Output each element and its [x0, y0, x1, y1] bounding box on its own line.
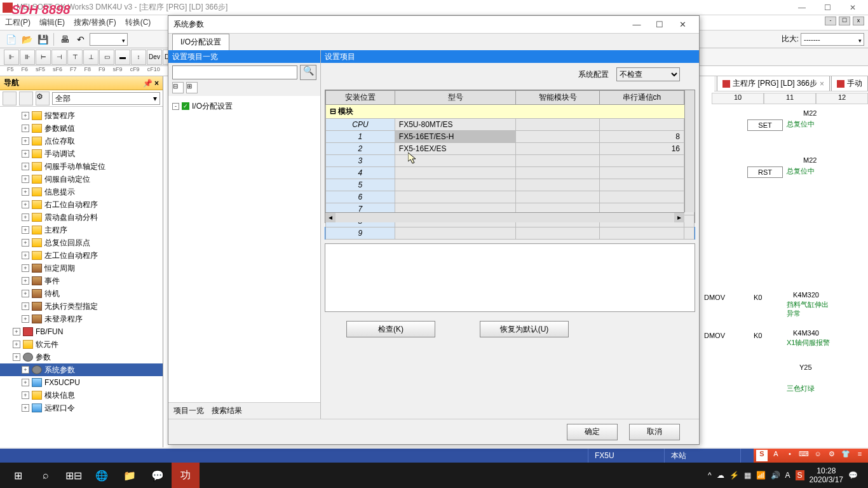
ok-button[interactable]: 确定 — [567, 424, 618, 440]
nav-filter-combo[interactable]: 全部 — [52, 92, 160, 105]
search-icon[interactable]: ⌕ — [32, 463, 60, 488]
ladder-element[interactable]: RST — [747, 166, 783, 178]
ime-toolbar[interactable]: S A•⌨☺⚙👕≡ — [754, 449, 868, 463]
system-config-select[interactable]: 不检查 — [616, 67, 680, 81]
dialog-min-button[interactable]: — — [625, 20, 648, 29]
window-min-button[interactable]: — — [789, 0, 815, 15]
ld-btn-10[interactable]: Dev — [147, 50, 162, 65]
tray-icon-3[interactable]: ▦ — [744, 471, 751, 480]
grid-scrollbar-v[interactable] — [684, 90, 695, 212]
menu-edit[interactable]: 编辑(E) — [39, 17, 65, 28]
ladder-element[interactable]: 三色灯绿 — [787, 384, 815, 393]
nav-item[interactable]: +模块信息 — [0, 389, 163, 402]
tree-item-io-allocation[interactable]: - ✓ I/O分配设置 — [172, 100, 316, 112]
nav-item[interactable]: +系统参数 — [0, 363, 163, 376]
tab-search-results[interactable]: 搜索结果 — [212, 405, 242, 416]
menu-convert[interactable]: 转换(C) — [125, 17, 151, 28]
menu-project[interactable]: 工程(P) — [5, 17, 31, 28]
ladder-element[interactable]: 异常 — [787, 309, 801, 318]
taskbar-clock[interactable]: 10:28 2020/3/17 — [810, 466, 843, 484]
explorer-icon[interactable]: 📁 — [116, 463, 144, 488]
ld-btn-1[interactable]: ⊩ — [4, 50, 19, 65]
system-tray[interactable]: ^ ☁ ⚡ ▦ 📶 🔊 A S 10:28 2020/3/17 💬 — [708, 466, 864, 484]
nav-item[interactable]: +信息提示 — [0, 186, 163, 198]
open-button[interactable]: 📂 — [20, 32, 34, 46]
ladder-element[interactable]: K4M340 — [793, 329, 819, 337]
nav-tool-2[interactable] — [19, 92, 33, 105]
ladder-element[interactable]: DMOV — [704, 332, 725, 339]
ladder-element[interactable]: X1轴伺服报警 — [787, 338, 830, 348]
nav-item[interactable]: +震动盘自动分料 — [0, 211, 163, 224]
mdi-min-button[interactable]: - — [825, 17, 836, 25]
ld-btn-3[interactable]: ⊢ — [36, 50, 51, 65]
nav-tool-1[interactable] — [3, 92, 17, 105]
nav-item[interactable]: +软元件 — [0, 338, 163, 351]
new-button[interactable]: 📄 — [4, 32, 18, 46]
tree-expand-button[interactable]: ⊞ — [186, 82, 198, 93]
window-close-button[interactable]: ✕ — [840, 0, 865, 15]
nav-tree[interactable]: +报警程序+参数赋值+点位存取+手动调试+伺服手动单轴定位+伺服自动定位+信息提… — [0, 107, 163, 447]
mdi-max-button[interactable]: ☐ — [839, 17, 850, 25]
taskview-icon[interactable]: ⊞⊟ — [60, 463, 88, 488]
tab-manual[interactable]: 手动 — [831, 76, 868, 91]
tab-io-allocation[interactable]: I/O分配设置 — [172, 34, 229, 50]
tab-item-list[interactable]: 项目一览 — [173, 405, 204, 416]
settings-search-input[interactable] — [172, 65, 297, 79]
settings-tree[interactable]: - ✓ I/O分配设置 — [168, 96, 320, 402]
nav-item[interactable]: +伺服自动定位 — [0, 173, 163, 186]
restore-default-button[interactable]: 恢复为默认(U) — [480, 321, 569, 337]
scale-combo[interactable]: ------- — [801, 33, 864, 46]
tab-close-icon[interactable]: × — [820, 79, 824, 88]
menu-search[interactable]: 搜索/替换(F) — [74, 17, 116, 28]
ladder-element[interactable]: 总复位中 — [787, 119, 815, 129]
notifications-icon[interactable]: 💬 — [848, 471, 858, 480]
ladder-element[interactable]: M22 — [803, 109, 817, 117]
nav-item[interactable]: +点位存取 — [0, 135, 163, 147]
ladder-element[interactable]: M22 — [803, 156, 817, 164]
nav-item[interactable]: +参数赋值 — [0, 122, 163, 135]
nav-item[interactable]: +事件 — [0, 274, 163, 287]
dialog-close-button[interactable]: ✕ — [671, 20, 694, 29]
tray-volume-icon[interactable]: 🔊 — [771, 471, 780, 480]
ld-btn-8[interactable]: ▬ — [115, 50, 130, 65]
tree-collapse-button[interactable]: ⊟ — [172, 82, 184, 93]
nav-item[interactable]: +左工位自动程序 — [0, 249, 163, 262]
nav-item[interactable]: +参数 — [0, 351, 163, 363]
tray-icon-1[interactable]: ☁ — [717, 471, 724, 480]
ladder-element[interactable]: DMOV — [704, 294, 725, 301]
ld-btn-5[interactable]: ⊤ — [67, 50, 83, 65]
window-max-button[interactable]: ☐ — [815, 0, 840, 15]
nav-item[interactable]: +FX5UCPU — [0, 376, 163, 389]
nav-item[interactable]: +FB/FUN — [0, 325, 163, 338]
nav-item[interactable]: +总复位回原点 — [0, 236, 163, 249]
nav-tool-gear[interactable]: ⚙ — [36, 92, 50, 105]
tray-wifi-icon[interactable]: 📶 — [756, 471, 766, 480]
nav-item[interactable]: +待机 — [0, 287, 163, 300]
save-button[interactable]: 💾 — [36, 32, 50, 46]
tab-main-program[interactable]: 主程序 [PRG] [LD] 366步× — [717, 76, 830, 91]
module-grid[interactable]: 安装位置型号智能模块号串行通信ch⊟ 模块CPUFX5U-80MT/ES1FX5… — [325, 90, 695, 223]
nav-item[interactable]: +无执行类型指定 — [0, 300, 163, 313]
zoom-combo[interactable] — [90, 33, 128, 46]
ld-btn-6[interactable]: ⊥ — [83, 50, 98, 65]
gxworks-taskbar-icon[interactable]: 功 — [172, 463, 200, 488]
tray-up-icon[interactable]: ^ — [708, 471, 712, 480]
undo-button[interactable]: ↶ — [74, 32, 88, 46]
taskbar[interactable]: ⊞ ⌕ ⊞⊟ 🌐 📁 💬 功 ^ ☁ ⚡ ▦ 📶 🔊 A S 10:28 202… — [0, 463, 868, 488]
ladder-element[interactable]: SET — [747, 119, 783, 131]
search-button[interactable]: 🔍 — [300, 65, 316, 80]
nav-item[interactable]: +报警程序 — [0, 109, 163, 122]
ld-btn-9[interactable]: ↕ — [131, 50, 146, 65]
cancel-button[interactable]: 取消 — [629, 424, 680, 440]
tray-icon-2[interactable]: ⚡ — [729, 471, 739, 480]
ladder-element[interactable]: 总复位中 — [787, 166, 815, 176]
mdi-close-button[interactable]: x — [853, 17, 864, 25]
check-button[interactable]: 检查(K) — [346, 321, 435, 337]
print-button[interactable]: 🖶 — [58, 32, 72, 46]
ladder-element[interactable]: K0 — [754, 294, 762, 301]
grid-scrollbar-h[interactable]: ◂▸ — [325, 212, 684, 222]
ladder-element[interactable]: K4M320 — [793, 291, 819, 299]
nav-item[interactable]: +主程序 — [0, 224, 163, 236]
nav-item[interactable]: +伺服手动单轴定位 — [0, 160, 163, 173]
ladder-element[interactable]: 挡料气缸伸出 — [787, 300, 829, 309]
